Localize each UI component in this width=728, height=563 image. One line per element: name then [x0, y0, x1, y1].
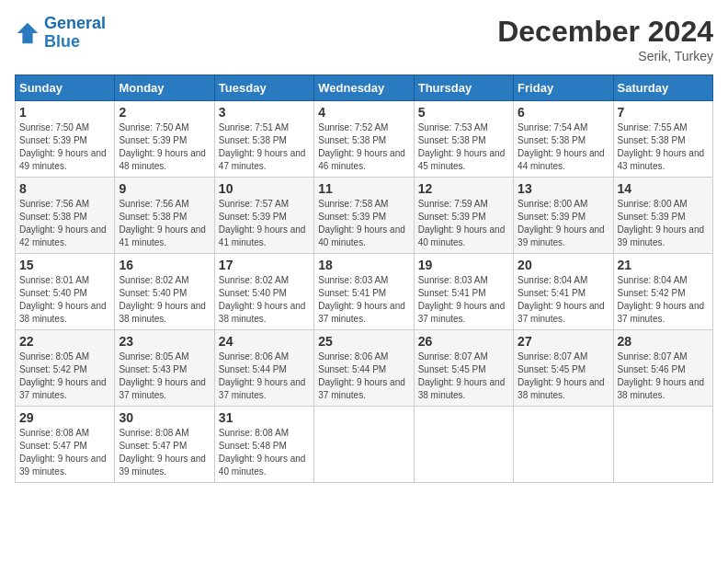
day-number: 22: [19, 334, 110, 349]
day-number: 10: [219, 181, 310, 196]
day-info: Sunrise: 8:08 AMSunset: 5:47 PMDaylight:…: [19, 427, 110, 478]
logo: General Blue: [15, 15, 106, 52]
day-number: 18: [318, 258, 409, 272]
calendar-table: Sunday Monday Tuesday Wednesday Thursday…: [15, 75, 713, 483]
page-header: General Blue December 2024 Serik, Turkey: [15, 15, 713, 63]
day-info: Sunrise: 7:50 AMSunset: 5:39 PMDaylight:…: [19, 121, 110, 173]
day-info: Sunrise: 7:52 AMSunset: 5:38 PMDaylight:…: [318, 121, 409, 173]
table-row: 9Sunrise: 7:56 AMSunset: 5:38 PMDaylight…: [115, 178, 214, 254]
title-area: December 2024 Serik, Turkey: [497, 15, 713, 63]
day-info: Sunrise: 8:00 AMSunset: 5:39 PMDaylight:…: [518, 198, 609, 249]
table-row: 31Sunrise: 8:08 AMSunset: 5:48 PMDayligh…: [214, 407, 313, 483]
table-row: 15Sunrise: 8:01 AMSunset: 5:40 PMDayligh…: [16, 254, 115, 330]
day-info: Sunrise: 7:50 AMSunset: 5:39 PMDaylight:…: [119, 121, 210, 173]
day-info: Sunrise: 8:03 AMSunset: 5:41 PMDaylight:…: [318, 274, 409, 326]
day-info: Sunrise: 8:08 AMSunset: 5:47 PMDaylight:…: [119, 427, 210, 478]
table-row: 25Sunrise: 8:06 AMSunset: 5:44 PMDayligh…: [314, 330, 414, 407]
day-number: 28: [618, 334, 709, 349]
svg-marker-0: [17, 23, 38, 43]
day-info: Sunrise: 8:02 AMSunset: 5:40 PMDaylight:…: [219, 274, 310, 326]
table-row: 12Sunrise: 7:59 AMSunset: 5:39 PMDayligh…: [414, 178, 513, 254]
table-row: 3Sunrise: 7:51 AMSunset: 5:38 PMDaylight…: [214, 101, 313, 178]
day-number: 17: [219, 258, 310, 272]
header-saturday: Saturday: [613, 75, 712, 101]
day-number: 14: [618, 181, 709, 196]
table-row: 26Sunrise: 8:07 AMSunset: 5:45 PMDayligh…: [414, 330, 513, 407]
table-row: 14Sunrise: 8:00 AMSunset: 5:39 PMDayligh…: [613, 178, 712, 254]
header-thursday: Thursday: [414, 75, 513, 101]
month-title: December 2024: [497, 15, 713, 49]
header-tuesday: Tuesday: [214, 75, 313, 101]
header-friday: Friday: [514, 75, 613, 101]
table-row: 6Sunrise: 7:54 AMSunset: 5:38 PMDaylight…: [514, 101, 613, 178]
day-number: 16: [119, 258, 210, 272]
table-row: 1Sunrise: 7:50 AMSunset: 5:39 PMDaylight…: [16, 101, 115, 178]
day-info: Sunrise: 8:03 AMSunset: 5:41 PMDaylight:…: [418, 274, 509, 326]
table-row: 10Sunrise: 7:57 AMSunset: 5:39 PMDayligh…: [214, 178, 313, 254]
day-number: 4: [318, 105, 409, 120]
day-info: Sunrise: 7:56 AMSunset: 5:38 PMDaylight:…: [19, 198, 110, 249]
table-row: 22Sunrise: 8:05 AMSunset: 5:42 PMDayligh…: [16, 330, 115, 407]
day-info: Sunrise: 8:04 AMSunset: 5:41 PMDaylight:…: [518, 274, 609, 326]
day-info: Sunrise: 7:56 AMSunset: 5:38 PMDaylight:…: [119, 198, 210, 249]
table-row: 23Sunrise: 8:05 AMSunset: 5:43 PMDayligh…: [115, 330, 214, 407]
day-number: 31: [219, 410, 310, 425]
header-wednesday: Wednesday: [314, 75, 414, 101]
day-number: 29: [19, 410, 110, 425]
day-info: Sunrise: 7:55 AMSunset: 5:38 PMDaylight:…: [618, 121, 709, 173]
day-info: Sunrise: 8:06 AMSunset: 5:44 PMDaylight:…: [318, 350, 409, 402]
table-row: 29Sunrise: 8:08 AMSunset: 5:47 PMDayligh…: [16, 407, 115, 483]
day-number: 26: [418, 334, 509, 349]
day-number: 12: [418, 181, 509, 196]
day-info: Sunrise: 8:02 AMSunset: 5:40 PMDaylight:…: [119, 274, 210, 326]
day-number: 8: [19, 181, 110, 196]
table-row: 13Sunrise: 8:00 AMSunset: 5:39 PMDayligh…: [514, 178, 613, 254]
table-row: 21Sunrise: 8:04 AMSunset: 5:42 PMDayligh…: [613, 254, 712, 330]
logo-icon: [15, 20, 40, 46]
day-info: Sunrise: 7:53 AMSunset: 5:38 PMDaylight:…: [418, 121, 509, 173]
day-number: 2: [119, 105, 210, 120]
table-row: 7Sunrise: 7:55 AMSunset: 5:38 PMDaylight…: [613, 101, 712, 178]
day-number: 13: [518, 181, 609, 196]
day-number: 21: [618, 258, 709, 272]
calendar-week-row: 1Sunrise: 7:50 AMSunset: 5:39 PMDaylight…: [16, 101, 713, 178]
table-row: 28Sunrise: 8:07 AMSunset: 5:46 PMDayligh…: [613, 330, 712, 407]
table-row: [414, 407, 513, 483]
day-info: Sunrise: 7:57 AMSunset: 5:39 PMDaylight:…: [219, 198, 310, 249]
logo-line2: Blue: [44, 32, 80, 51]
day-info: Sunrise: 8:00 AMSunset: 5:39 PMDaylight:…: [618, 198, 709, 249]
day-number: 1: [19, 105, 110, 120]
table-row: 4Sunrise: 7:52 AMSunset: 5:38 PMDaylight…: [314, 101, 414, 178]
day-number: 15: [19, 258, 110, 272]
calendar-week-row: 15Sunrise: 8:01 AMSunset: 5:40 PMDayligh…: [16, 254, 713, 330]
table-row: 30Sunrise: 8:08 AMSunset: 5:47 PMDayligh…: [115, 407, 214, 483]
header-monday: Monday: [115, 75, 214, 101]
table-row: 16Sunrise: 8:02 AMSunset: 5:40 PMDayligh…: [115, 254, 214, 330]
table-row: [314, 407, 414, 483]
day-number: 27: [518, 334, 609, 349]
day-number: 25: [318, 334, 409, 349]
calendar-week-row: 22Sunrise: 8:05 AMSunset: 5:42 PMDayligh…: [16, 330, 713, 407]
table-row: 2Sunrise: 7:50 AMSunset: 5:39 PMDaylight…: [115, 101, 214, 178]
day-number: 23: [119, 334, 210, 349]
day-number: 19: [418, 258, 509, 272]
day-number: 9: [119, 181, 210, 196]
day-number: 11: [318, 181, 409, 196]
day-info: Sunrise: 8:01 AMSunset: 5:40 PMDaylight:…: [19, 274, 110, 326]
table-row: 24Sunrise: 8:06 AMSunset: 5:44 PMDayligh…: [214, 330, 313, 407]
table-row: 27Sunrise: 8:07 AMSunset: 5:45 PMDayligh…: [514, 330, 613, 407]
day-number: 6: [518, 105, 609, 120]
day-info: Sunrise: 8:07 AMSunset: 5:46 PMDaylight:…: [618, 350, 709, 402]
day-info: Sunrise: 8:07 AMSunset: 5:45 PMDaylight:…: [418, 350, 509, 402]
day-info: Sunrise: 8:08 AMSunset: 5:48 PMDaylight:…: [219, 427, 310, 478]
header-sunday: Sunday: [16, 75, 115, 101]
day-info: Sunrise: 8:07 AMSunset: 5:45 PMDaylight:…: [518, 350, 609, 402]
table-row: 18Sunrise: 8:03 AMSunset: 5:41 PMDayligh…: [314, 254, 414, 330]
day-info: Sunrise: 7:59 AMSunset: 5:39 PMDaylight:…: [418, 198, 509, 249]
table-row: 8Sunrise: 7:56 AMSunset: 5:38 PMDaylight…: [16, 178, 115, 254]
logo-line1: General: [44, 14, 106, 32]
day-number: 24: [219, 334, 310, 349]
day-info: Sunrise: 8:04 AMSunset: 5:42 PMDaylight:…: [618, 274, 709, 326]
day-info: Sunrise: 7:58 AMSunset: 5:39 PMDaylight:…: [318, 198, 409, 249]
day-info: Sunrise: 8:06 AMSunset: 5:44 PMDaylight:…: [219, 350, 310, 402]
